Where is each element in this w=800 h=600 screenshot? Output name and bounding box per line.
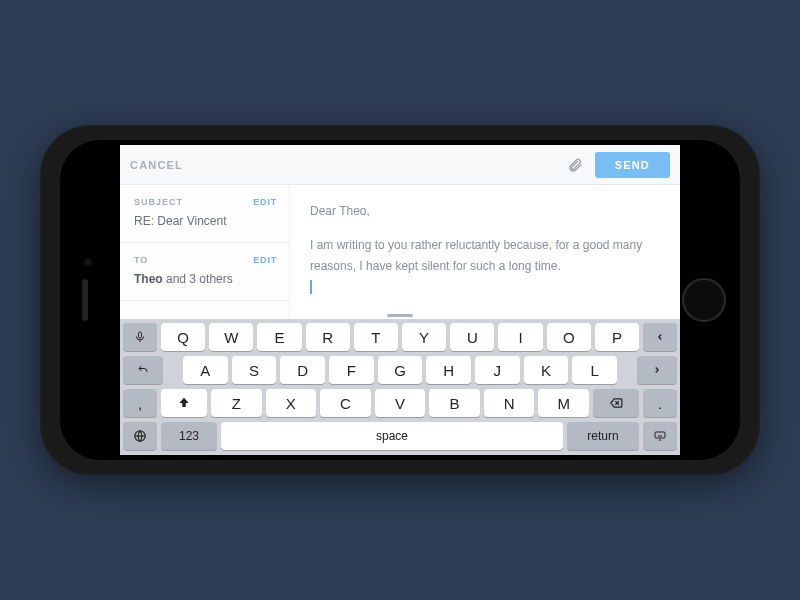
key-y[interactable]: Y — [402, 323, 446, 351]
dismiss-keyboard-key[interactable] — [643, 422, 677, 450]
cursor-right-key[interactable] — [637, 356, 677, 384]
key-v[interactable]: V — [375, 389, 426, 417]
compose-greeting: Dear Theo, — [310, 201, 660, 221]
keyboard-row-1: Q W E R T Y U I O P — [123, 323, 677, 351]
key-z[interactable]: Z — [211, 389, 262, 417]
key-r[interactable]: R — [306, 323, 350, 351]
key-i[interactable]: I — [498, 323, 542, 351]
backspace-icon — [607, 396, 625, 410]
globe-icon — [133, 429, 147, 443]
key-t[interactable]: T — [354, 323, 398, 351]
key-j[interactable]: J — [475, 356, 520, 384]
to-primary: Theo — [134, 272, 163, 286]
key-c[interactable]: C — [320, 389, 371, 417]
cancel-button[interactable]: CANCEL — [130, 159, 183, 171]
keyboard-icon — [652, 430, 668, 442]
key-g[interactable]: G — [378, 356, 423, 384]
chevron-right-icon — [652, 364, 662, 376]
key-p[interactable]: P — [595, 323, 639, 351]
key-l[interactable]: L — [572, 356, 617, 384]
speaker-grille — [82, 279, 88, 321]
key-f[interactable]: F — [329, 356, 374, 384]
to-label: TO — [134, 255, 148, 265]
key-h[interactable]: H — [426, 356, 471, 384]
chevron-left-icon — [655, 331, 665, 343]
screen: CANCEL SEND SUBJECT EDIT — [120, 145, 680, 455]
compose-textarea[interactable]: Dear Theo, I am writing to you rather re… — [290, 185, 680, 319]
svg-rect-0 — [139, 332, 142, 338]
keyboard-row-2: A S D F G H J K L — [123, 356, 677, 384]
undo-key[interactable] — [123, 356, 163, 384]
shift-icon — [177, 396, 191, 410]
keyboard-row-4: 123 space return — [123, 422, 677, 450]
key-n[interactable]: N — [484, 389, 535, 417]
dictation-key[interactable] — [123, 323, 157, 351]
cursor-left-key[interactable] — [643, 323, 677, 351]
key-d[interactable]: D — [280, 356, 325, 384]
key-u[interactable]: U — [450, 323, 494, 351]
backspace-key[interactable] — [593, 389, 639, 417]
front-camera — [84, 258, 92, 266]
key-b[interactable]: B — [429, 389, 480, 417]
space-key[interactable]: space — [221, 422, 563, 450]
return-key[interactable]: return — [567, 422, 639, 450]
subject-label: SUBJECT — [134, 197, 183, 207]
keyboard-row-3: , Z X C V B N M . — [123, 389, 677, 417]
key-k[interactable]: K — [524, 356, 569, 384]
shift-key[interactable] — [161, 389, 207, 417]
comma-key[interactable]: , — [123, 389, 157, 417]
subject-block: SUBJECT EDIT RE: Dear Vincent — [120, 185, 289, 243]
subject-edit-button[interactable]: EDIT — [253, 197, 277, 207]
compose-body: SUBJECT EDIT RE: Dear Vincent TO EDIT Th… — [120, 185, 680, 319]
svg-rect-5 — [655, 432, 665, 438]
key-m[interactable]: M — [538, 389, 589, 417]
compose-paragraph: I am writing to you rather reluctantly b… — [310, 235, 660, 276]
key-o[interactable]: O — [547, 323, 591, 351]
to-edit-button[interactable]: EDIT — [253, 255, 277, 265]
home-button[interactable] — [682, 278, 726, 322]
globe-key[interactable] — [123, 422, 157, 450]
period-key[interactable]: . — [643, 389, 677, 417]
subject-value: RE: Dear Vincent — [134, 214, 277, 228]
key-w[interactable]: W — [209, 323, 253, 351]
send-button[interactable]: SEND — [595, 152, 670, 178]
key-q[interactable]: Q — [161, 323, 205, 351]
to-rest: and 3 others — [163, 272, 233, 286]
attachment-icon[interactable] — [565, 155, 585, 175]
meta-sidebar: SUBJECT EDIT RE: Dear Vincent TO EDIT Th… — [120, 185, 290, 319]
key-e[interactable]: E — [257, 323, 301, 351]
key-x[interactable]: X — [266, 389, 317, 417]
phone-bezel: CANCEL SEND SUBJECT EDIT — [60, 140, 740, 460]
to-value: Theo and 3 others — [134, 272, 277, 286]
key-s[interactable]: S — [232, 356, 277, 384]
keyboard: Q W E R T Y U I O P — [120, 319, 680, 455]
key-a[interactable]: A — [183, 356, 228, 384]
microphone-icon — [134, 330, 146, 344]
compose-toolbar: CANCEL SEND — [120, 145, 680, 185]
undo-icon — [135, 364, 151, 376]
phone-frame: CANCEL SEND SUBJECT EDIT — [40, 125, 760, 475]
to-block: TO EDIT Theo and 3 others — [120, 243, 289, 301]
text-cursor — [310, 280, 312, 294]
numbers-key[interactable]: 123 — [161, 422, 217, 450]
